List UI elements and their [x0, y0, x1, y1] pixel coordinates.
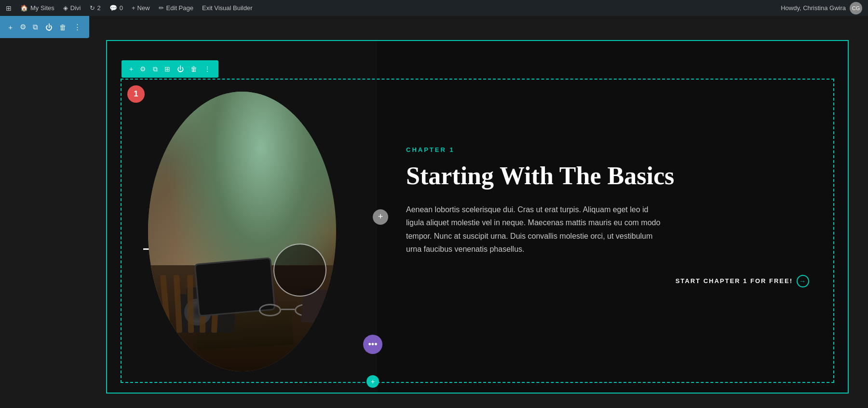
section-add-button[interactable]: +	[6, 21, 14, 33]
howdy-text: Howdy, Christina Gwira	[781, 4, 846, 12]
canvas: + ⚙ ⧉ ⊞ ⏻ 🗑 ⋮ 1	[0, 16, 868, 408]
exit-builder-label: Exit Visual Builder	[202, 4, 253, 12]
admin-bar: ⊞ 🏠 My Sites ◈ Divi ↻ 2 💬 0 + New ✏ Edit…	[0, 0, 868, 16]
plus-icon: +	[378, 212, 383, 222]
circle-decoration	[273, 244, 326, 297]
left-column	[107, 41, 377, 393]
new-menu[interactable]: + New	[132, 4, 150, 12]
updates-count: 2	[97, 4, 101, 12]
oval-image	[148, 92, 336, 371]
row-more-button[interactable]: ⋮	[202, 64, 213, 74]
divi-label: Divi	[70, 4, 81, 12]
wp-logo[interactable]: ⊞	[6, 4, 12, 12]
row-disable-button[interactable]: ⏻	[175, 64, 186, 74]
chapter-label: CHAPTER 1	[406, 146, 809, 153]
updates-icon: ↻	[90, 4, 95, 12]
avatar[interactable]: CG	[850, 2, 862, 14]
wp-icon: ⊞	[6, 4, 12, 12]
left-section-toolbar: + ⚙ ⧉ ⏻ 🗑 ⋮	[0, 16, 89, 38]
comments-menu[interactable]: 💬 0	[109, 4, 123, 12]
edit-page-link[interactable]: ✏ Edit Page	[159, 4, 193, 12]
right-column: CHAPTER 1 Starting With The Basics Aenea…	[377, 41, 848, 393]
section-settings-button[interactable]: ⚙	[18, 21, 28, 33]
row-add-button[interactable]: +	[127, 64, 135, 74]
image-wrap	[148, 92, 336, 371]
section-container: + ⚙ ⧉ ⊞ ⏻ 🗑 ⋮ 1	[106, 40, 849, 394]
row-layout-button[interactable]: ⊞	[163, 64, 172, 74]
chapter-title: Starting With The Basics	[406, 162, 809, 190]
new-label: New	[137, 4, 150, 12]
column-add-button[interactable]: +	[373, 209, 388, 225]
number-badge: 1	[127, 85, 145, 103]
my-sites-icon: 🏠	[20, 4, 28, 12]
section-delete-button[interactable]: 🗑	[57, 21, 68, 33]
row-toolbar: + ⚙ ⧉ ⊞ ⏻ 🗑 ⋮	[122, 60, 218, 78]
my-sites-menu[interactable]: 🏠 My Sites	[20, 4, 54, 12]
row-delete-button[interactable]: 🗑	[189, 64, 199, 74]
my-sites-label: My Sites	[30, 4, 54, 12]
plus-small-icon: +	[371, 378, 375, 385]
edit-page-label: Edit Page	[166, 4, 193, 12]
divi-menu[interactable]: ◈ Divi	[63, 4, 81, 12]
updates-menu[interactable]: ↻ 2	[90, 4, 101, 12]
cta-text: START CHAPTER 1 FOR FREE!	[676, 277, 793, 285]
admin-bar-right: Howdy, Christina Gwira CG	[781, 2, 862, 14]
new-icon: +	[132, 4, 136, 12]
section-disable-button[interactable]: ⏻	[43, 21, 54, 33]
section-duplicate-button[interactable]: ⧉	[31, 21, 40, 33]
row-settings-button[interactable]: ⚙	[138, 64, 148, 74]
cta-row: START CHAPTER 1 FOR FREE! →	[406, 275, 809, 287]
bottom-add-button[interactable]: +	[366, 375, 379, 388]
comments-count: 0	[120, 4, 123, 12]
cta-link[interactable]: START CHAPTER 1 FOR FREE! →	[676, 275, 809, 287]
bottom-more-button[interactable]: •••	[363, 335, 382, 354]
comments-icon: 💬	[109, 4, 117, 12]
row-duplicate-button[interactable]: ⧉	[151, 64, 160, 74]
edit-icon: ✏	[159, 4, 164, 12]
chapter-body-text: Aenean lobortis scelerisque dui. Cras ut…	[406, 203, 662, 256]
cta-arrow-icon: →	[797, 275, 809, 287]
exit-builder-link[interactable]: Exit Visual Builder	[202, 4, 253, 12]
section-more-button[interactable]: ⋮	[72, 21, 83, 33]
divi-icon: ◈	[63, 4, 68, 12]
dots-icon: •••	[368, 340, 378, 350]
